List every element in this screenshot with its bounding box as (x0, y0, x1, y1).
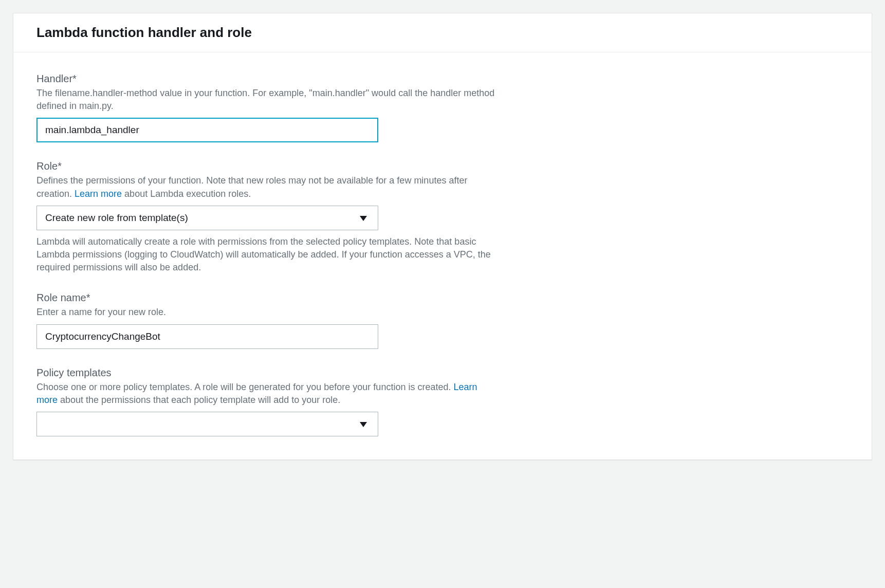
policy-templates-select-value (36, 412, 378, 436)
card-body: Handler* The filename.handler-method val… (13, 52, 872, 460)
card-title: Lambda function handler and role (36, 25, 849, 41)
role-note: Lambda will automatically create a role … (36, 235, 499, 274)
role-name-input[interactable] (36, 324, 378, 349)
role-name-description: Enter a name for your new role. (36, 306, 499, 319)
role-group: Role* Defines the permissions of your fu… (36, 160, 849, 274)
policy-desc-post: about the permissions that each policy t… (58, 395, 340, 405)
role-select-value: Create new role from template(s) (36, 206, 378, 230)
handler-input[interactable] (36, 118, 378, 142)
handler-label: Handler* (36, 73, 849, 85)
role-description: Defines the permissions of your function… (36, 174, 499, 200)
handler-group: Handler* The filename.handler-method val… (36, 73, 849, 142)
card-header: Lambda function handler and role (13, 13, 872, 52)
role-name-label: Role name* (36, 292, 849, 304)
policy-templates-group: Policy templates Choose one or more poli… (36, 367, 849, 436)
policy-desc-pre: Choose one or more policy templates. A r… (36, 382, 453, 392)
role-name-group: Role name* Enter a name for your new rol… (36, 292, 849, 348)
policy-templates-description: Choose one or more policy templates. A r… (36, 381, 499, 407)
lambda-handler-role-card: Lambda function handler and role Handler… (13, 13, 872, 460)
policy-templates-label: Policy templates (36, 367, 849, 379)
role-label: Role* (36, 160, 849, 172)
policy-templates-select[interactable] (36, 412, 378, 436)
handler-description: The filename.handler-method value in you… (36, 87, 499, 113)
role-learn-more-link[interactable]: Learn more (75, 189, 122, 199)
role-desc-post: about Lambda execution roles. (122, 189, 251, 199)
role-select[interactable]: Create new role from template(s) (36, 206, 378, 230)
